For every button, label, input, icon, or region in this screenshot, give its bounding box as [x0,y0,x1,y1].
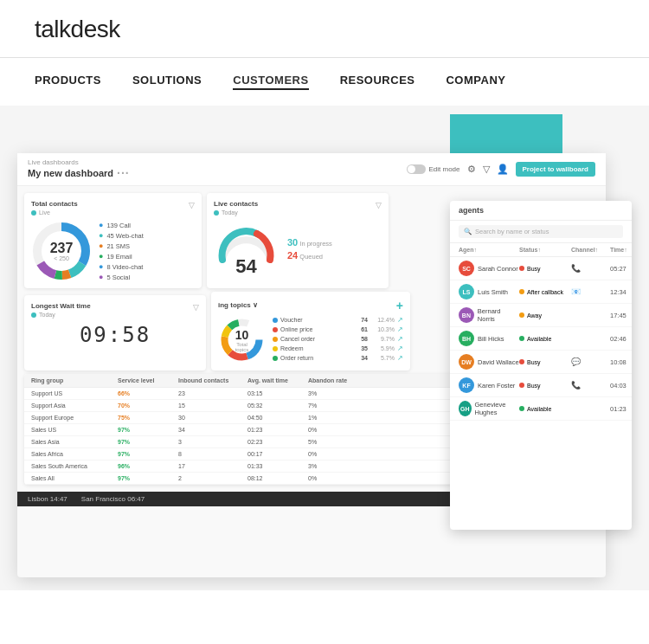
agent-avatar: GH [459,401,472,416]
topic-row: Order return 34 5.7% ↗ [273,354,403,362]
agent-time-cell: 10:08 [610,358,640,366]
status-label: Available [527,406,551,412]
ring-group-name: Support Europe [31,415,118,421]
agent-time-cell: 02:46 [610,335,640,343]
topic-row: Redeem 35 5.9% ↗ [273,345,403,352]
agent-name-text: Luis Smith [478,288,508,296]
agent-name-cell: LS Luis Smith [459,284,519,299]
ring-group-name: Support Asia [31,402,118,409]
agent-time-cell: 17:45 [610,312,640,319]
nav-item-company[interactable]: COMPANY [446,74,505,90]
agent-status-cell: Busy [519,266,571,272]
main-nav: PRODUCTSSOLUTIONSCUSTOMERSRESOURCESCOMPA… [35,58,614,106]
filter-icon[interactable]: ▽ [483,164,490,175]
agent-avatar: BH [459,331,474,346]
contact-stat-row: ●5 Social [99,273,144,281]
footer-clocks: Lisbon 14:47San Francisco 06:47 [28,495,145,503]
agent-time-cell: 12:34 [610,288,640,296]
status-dot [519,312,524,318]
inbound-contacts-value: 34 [178,427,247,433]
agent-row: DW David Wallace Busy 💬 10:08 [450,351,632,374]
agents-column-header: Status↑ [519,247,571,253]
queued-stat: 24 Queued [287,250,332,261]
topic-name: Online price [280,326,358,332]
ring-group-name: Sales US [31,427,118,433]
agent-name-text: Sarah Connor [478,265,518,273]
agent-time-cell: 01:23 [610,405,640,413]
logo: talkdesk [35,16,614,43]
topic-pct: 9.7% [370,336,395,342]
agents-column-header: Time↑ [610,247,640,253]
live-contacts-subtitle: Today [214,209,382,216]
topic-name: Redeem [280,345,358,351]
edit-mode-toggle[interactable]: Edit mode [407,164,460,174]
nav-item-customers[interactable]: CUSTOMERS [233,74,308,90]
edit-mode-label: Edit mode [429,165,460,173]
toggle-track [407,164,426,174]
avg-wait-value: 05:32 [247,402,308,409]
agent-avatar: LS [459,284,474,299]
dashboard-topbar: Live dashboards My new dashboard ··· Edi… [17,153,606,186]
contact-stat-row: ●45 Web-chat [99,231,144,240]
topic-row: Cancel order 58 9.7% ↗ [273,335,403,343]
status-label: Busy [527,359,541,365]
agent-avatar: KF [459,377,474,393]
nav-item-solutions[interactable]: SOLUTIONS [132,74,202,90]
nav-item-resources[interactable]: RESOURCES [340,74,415,90]
dashboard-breadcrumb: Live dashboards [28,158,130,166]
settings-icon[interactable]: ⚙ [467,164,476,175]
live-contacts-inner: 54 30 In progress 24 Queued [214,221,382,276]
topic-dot [273,318,278,323]
status-dot [519,266,524,271]
agent-row: LS Luis Smith After callback 📧 12:34 [450,280,632,304]
table-header-cell: Avg. wait time [247,377,308,383]
total-contacts-filter[interactable]: ▽ [189,201,195,209]
wait-filter[interactable]: ▽ [193,303,199,312]
topic-trend-icon: ↗ [397,345,403,352]
topic-pct: 5.7% [370,355,395,361]
inbound-contacts-value: 30 [178,415,247,421]
topic-trend-icon: ↗ [397,316,403,324]
service-level-value: 96% [118,463,178,469]
service-level-value: 97% [118,451,178,457]
agent-avatar: BN [459,307,474,323]
donut-center: 237 < 250 [50,242,74,261]
topic-trend-icon: ↗ [397,354,403,362]
service-level-value: 97% [118,427,178,433]
topics-widget: ing topics ∨ + [211,292,410,370]
abandon-rate-value: 7% [308,402,360,409]
stat-icon: ● [99,221,103,229]
in-progress-number: 30 [287,237,298,248]
inbound-contacts-value: 3 [178,439,247,445]
topic-name: Order return [280,355,358,361]
ring-group-name: Sales Africa [31,451,118,457]
status-dot [519,406,524,411]
avg-wait-value: 01:33 [247,463,308,469]
agent-row: GH Genevieve Hughes Available 01:23 [450,397,632,421]
dashboard-menu-dots[interactable]: ··· [117,166,130,180]
wait-time-display: 09:58 [31,323,199,347]
topics-add-btn[interactable]: + [396,299,403,312]
status-dot [519,336,524,341]
contact-stat-row: ●139 Call [99,221,144,229]
footer-clock: San Francisco 06:47 [81,495,145,503]
agents-search-box[interactable]: 🔍 Search by name or status [459,225,623,238]
user-icon[interactable]: 👤 [497,164,509,175]
project-wallboard-button[interactable]: Project to wallboard [516,162,595,177]
inbound-contacts-value: 17 [178,463,247,469]
agent-name-cell: BH Bill Hicks [459,331,519,346]
queued-label: Queued [299,253,323,261]
ring-group-name: Sales Asia [31,439,118,445]
nav-item-products[interactable]: PRODUCTS [35,74,101,90]
abandon-rate-value: 5% [308,439,360,445]
live-indicator [31,210,36,216]
live-contacts-widget: Live contacts ▽ Today [207,193,389,288]
stat-icon: ● [99,231,103,240]
agent-row: BN Bernard Norris Away 17:45 [450,304,632,327]
inbound-contacts-value: 15 [178,402,247,409]
clock-time: 14:47 [50,495,67,503]
live-contacts-filter[interactable]: ▽ [376,201,382,209]
abandon-rate-value: 3% [308,463,360,469]
inbound-contacts-value: 23 [178,390,247,396]
agents-table-header: Agen↑Status↑Channel↑Time↑ [450,243,632,257]
